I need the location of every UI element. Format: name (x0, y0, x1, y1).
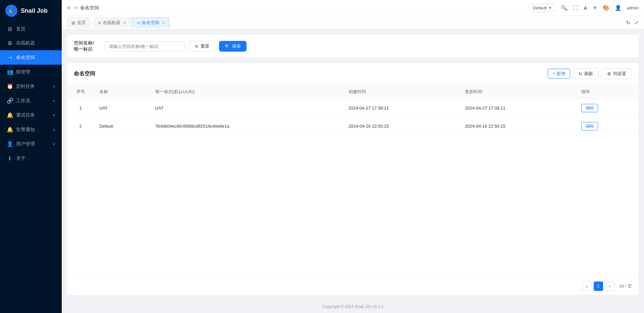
home-icon: ⊞ (7, 26, 13, 32)
reset-button[interactable]: ↻ 重置 (189, 41, 215, 52)
col-uuid: 唯一标识(默认UUID) (150, 85, 343, 99)
table-row: 2 Default 764d604ec6fc45f68cd92514c40e9e… (67, 117, 639, 135)
per-page-label: 10 / 页 (619, 283, 632, 289)
table-title: 命名空间 (74, 70, 95, 77)
refresh-button[interactable]: ↻ 刷新 (573, 68, 599, 79)
tab-refresh-icon[interactable]: ↻ (626, 19, 630, 26)
sidebar-item-home[interactable]: ⊞ 首页 (0, 22, 62, 36)
fullscreen-icon[interactable]: ⛶ (573, 5, 578, 11)
sidebar-item-label: 工作流 (16, 98, 30, 104)
tabs-bar: ⊞ 首页 | ≡ 在线机器 ✕ ⊣ 命名空间 ✕ ↻ ⤢ (62, 16, 644, 29)
sidebar-item-retry[interactable]: 🔔 重试任务 ∨ (0, 108, 62, 122)
namespace-table: 序号 名称 唯一标识(默认UUID) 创建时间 更新时间 操作 1 UAT UA (67, 85, 639, 135)
skin-icon[interactable]: 🎨 (603, 5, 609, 11)
sidebar-item-alert[interactable]: 🔔 告警通知 ∨ (0, 122, 62, 137)
tab-online-close-icon[interactable]: ✕ (123, 21, 126, 25)
page-1-button[interactable]: 1 (594, 281, 603, 291)
page-prev-button[interactable]: ‹ (582, 281, 592, 291)
collapse-icon[interactable]: ≡ (67, 5, 70, 11)
retry-icon: 🔔 (7, 112, 13, 118)
breadcrumb-namespace-icon: ⊣ (73, 5, 77, 11)
sidebar-item-group[interactable]: 👥 组管理 (0, 65, 62, 79)
tab-expand-icon[interactable]: ⤢ (634, 19, 639, 26)
tab-home-icon: ⊞ (71, 20, 75, 25)
sidebar-item-online[interactable]: 🖥 在线机器 (0, 36, 62, 50)
cell-created-2: 2024-04-16 22:50:15 (343, 117, 460, 135)
retry-arrow-icon: ∨ (53, 113, 55, 117)
page-next-button[interactable]: › (605, 281, 614, 291)
footer-text: Copyright © 2024 Snail Job v3.1.0 (322, 304, 383, 309)
sidebar-item-label: 重试任务 (16, 112, 35, 118)
translate-icon[interactable]: A (584, 5, 587, 11)
env-dropdown-icon: ▼ (549, 6, 552, 10)
tab-namespace-close-icon[interactable]: ✕ (162, 21, 165, 25)
footer: Copyright © 2024 Snail Job v3.1.0 (62, 300, 644, 313)
header: ≡ ⊣ 命名空间 Default ▼ 🔍 ⛶ A ☀ 🎨 👤 admin (62, 0, 644, 16)
sidebar-item-label: 关于 (16, 155, 25, 162)
table-head-row: 序号 名称 唯一标识(默认UUID) 创建时间 更新时间 操作 (67, 85, 639, 99)
cell-seq-1: 1 (67, 99, 94, 117)
sidebar-item-label: 在线机器 (16, 40, 35, 46)
tab-online[interactable]: ≡ 在线机器 ✕ (94, 17, 130, 28)
sidebar-item-schedule[interactable]: ⏰ 定时任务 ∨ (0, 79, 62, 93)
col-seq: 序号 (67, 85, 94, 99)
tab-home-label: 首页 (77, 20, 86, 26)
about-icon: ℹ (7, 155, 13, 162)
user-icon: 👤 (7, 141, 13, 147)
col-updated: 更新时间 (460, 85, 576, 99)
env-label: Default (533, 5, 546, 10)
sidebar-item-user[interactable]: 👤 用户管理 ∨ (0, 137, 62, 151)
namespace-icon: ⊣ (7, 54, 13, 61)
sidebar-item-label: 命名空间 (16, 55, 35, 61)
workflow-icon: 🔗 (7, 98, 13, 104)
sidebar-item-workflow[interactable]: 🔗 工作流 ∨ (0, 93, 62, 108)
main-area: ≡ ⊣ 命名空间 Default ▼ 🔍 ⛶ A ☀ 🎨 👤 admin ⊞ 首… (62, 0, 644, 313)
content-area: 空间名称/ 唯一标识 ↻ 重置 🔍 搜索 命名空间 + 新增 ↻ (62, 29, 644, 300)
admin-label[interactable]: admin (627, 5, 639, 10)
search-button[interactable]: 🔍 搜索 (219, 41, 247, 52)
cell-updated-1: 2024-04-27 17:38:11 (460, 99, 576, 117)
schedule-arrow-icon: ∨ (53, 84, 55, 88)
user-avatar-icon[interactable]: 👤 (615, 5, 622, 11)
cell-created-1: 2024-04-27 17:38:11 (343, 99, 460, 117)
cell-seq-2: 2 (67, 117, 94, 135)
table-wrapper: 序号 名称 唯一标识(默认UUID) 创建时间 更新时间 操作 1 UAT UA (67, 85, 639, 277)
sidebar-item-namespace[interactable]: ⊣ 命名空间 (0, 50, 62, 65)
env-selector[interactable]: Default ▼ (529, 4, 555, 12)
cell-action-1: 编辑 (576, 99, 639, 117)
cell-uuid-1: UAT (150, 99, 343, 117)
cell-action-2: 编辑 (576, 117, 639, 135)
sidebar-logo[interactable]: 🐌 Snail Job (0, 0, 62, 22)
sidebar-item-label: 用户管理 (16, 141, 35, 147)
edit-button-2[interactable]: 编辑 (581, 122, 598, 130)
tab-divider-1: | (92, 20, 93, 25)
new-button[interactable]: + 新增 (548, 69, 570, 79)
table-card: 命名空间 + 新增 ↻ 刷新 ⚙ 列设置 (67, 63, 639, 295)
sidebar-item-label: 组管理 (16, 69, 30, 75)
filter-input[interactable] (105, 42, 185, 51)
theme-icon[interactable]: ☀ (593, 5, 597, 11)
header-right: Default ▼ 🔍 ⛶ A ☀ 🎨 👤 admin (529, 4, 639, 12)
settings-icon: ⚙ (607, 71, 611, 76)
workflow-arrow-icon: ∨ (53, 99, 55, 103)
app-name: Snail Job (21, 7, 48, 14)
reset-icon: ↻ (195, 44, 199, 49)
search-icon[interactable]: 🔍 (561, 5, 568, 11)
tab-namespace-label: 命名空间 (142, 20, 159, 26)
svg-text:🐌: 🐌 (9, 8, 14, 13)
tab-namespace-icon: ⊣ (136, 20, 140, 25)
group-icon: 👥 (7, 69, 13, 75)
tab-namespace[interactable]: ⊣ 命名空间 ✕ (132, 17, 169, 28)
settings-button[interactable]: ⚙ 列设置 (601, 68, 632, 79)
sidebar-item-label: 首页 (16, 26, 25, 32)
col-action: 操作 (576, 85, 639, 99)
sidebar-item-about[interactable]: ℹ 关于 (0, 151, 62, 166)
user-arrow-icon: ∨ (53, 142, 55, 146)
cell-uuid-2: 764d604ec6fc45f68cd92514c40e9e1a (150, 117, 343, 135)
edit-button-1[interactable]: 编辑 (581, 104, 598, 112)
tab-home[interactable]: ⊞ 首页 (67, 17, 90, 28)
tab-online-label: 在线机器 (103, 20, 120, 26)
pagination: ‹ 1 › 10 / 页 (67, 277, 639, 295)
refresh-icon: ↻ (579, 71, 582, 76)
tab-online-icon: ≡ (98, 20, 101, 25)
